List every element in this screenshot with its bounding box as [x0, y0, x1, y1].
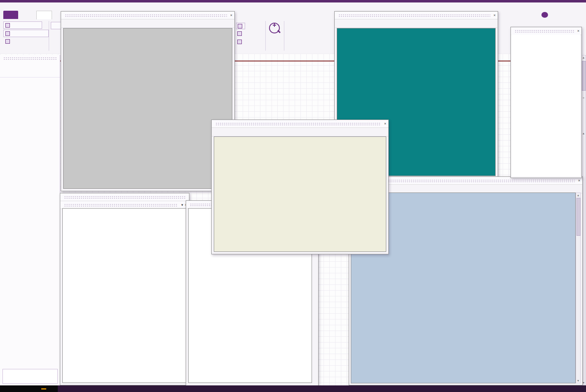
collapse-ribbon-icon[interactable]: [532, 11, 538, 19]
target-device-toggle-icon: [238, 24, 242, 28]
zoom-icon[interactable]: [269, 23, 280, 33]
inputs-window-toolbar: [61, 19, 234, 28]
project-explorer-toolbar: [0, 62, 60, 77]
close-icon[interactable]: ×: [577, 29, 579, 33]
ribbon-component-properties-button[interactable]: [3, 30, 49, 37]
project-explorer-icon: [5, 23, 10, 28]
view-change-history-toggle[interactable]: [237, 40, 243, 44]
component-properties-icon: [5, 31, 10, 36]
inputs-panel-canvas: [63, 28, 232, 189]
pwm-window-toolbar: [335, 19, 498, 28]
inputs-and-sensors-window: ×: [61, 11, 235, 191]
target-window-titlebar[interactable]: ×: [511, 27, 581, 35]
help-icon[interactable]: [541, 12, 548, 18]
target-device-body: [511, 35, 580, 176]
icon-lists-toggle-icon: [237, 31, 242, 36]
explorer-footer-box: [2, 369, 58, 384]
dropdown-caret-icon[interactable]: ▾: [181, 203, 183, 207]
outputs-window-toolbar: [212, 128, 388, 136]
tab-file[interactable]: [3, 11, 18, 19]
eblocks-vertical-scrollbar[interactable]: ▲▼: [576, 192, 581, 383]
find-replace-icon: [5, 39, 10, 44]
pwm-window-titlebar[interactable]: ×: [335, 12, 498, 19]
outputs-panel-canvas: [214, 136, 386, 252]
outputs-window-titlebar[interactable]: ×: [212, 120, 388, 128]
close-icon[interactable]: ×: [494, 13, 496, 17]
change-history-toggle-icon: [237, 40, 242, 44]
project-explorer-panel: [0, 55, 60, 385]
inputs-window-titlebar[interactable]: ×: [61, 12, 234, 19]
view-target-device-toggle[interactable]: [236, 23, 245, 29]
style-caret-icon[interactable]: [570, 11, 575, 19]
close-icon[interactable]: ×: [230, 13, 232, 17]
ribbon-project-explorer-button[interactable]: [3, 21, 42, 29]
ribbon-find-replace-button[interactable]: [3, 38, 36, 45]
target-device-window: ×: [510, 27, 582, 178]
outputs-and-dsp-window: ×: [211, 120, 389, 254]
flowcode-app-window: ▲ » ▲ ▼ × × × ▲▼: [0, 0, 586, 392]
close-icon[interactable]: ×: [384, 122, 386, 126]
titlebar: [0, 2, 586, 11]
project-tree: [0, 78, 60, 369]
project-explorer-header: [0, 55, 60, 61]
panel-title-dots: [3, 57, 57, 60]
status-indicator: [41, 388, 46, 390]
analog-window-body: [62, 208, 187, 383]
style-menu[interactable]: [555, 11, 569, 19]
close-icon[interactable]: ×: [578, 178, 580, 183]
tab-edit[interactable]: [21, 11, 35, 19]
ribbon-separator: [265, 21, 266, 51]
ribbon-separator: [49, 21, 49, 51]
dock-window-titlebar[interactable]: [60, 193, 189, 201]
ribbon-separator: [284, 21, 284, 51]
flowcode-dock-window: ▾ ×: [60, 193, 189, 385]
view-icon-lists-toggle[interactable]: [237, 31, 243, 36]
status-bar: [0, 385, 586, 392]
tab-view[interactable]: [36, 11, 52, 19]
